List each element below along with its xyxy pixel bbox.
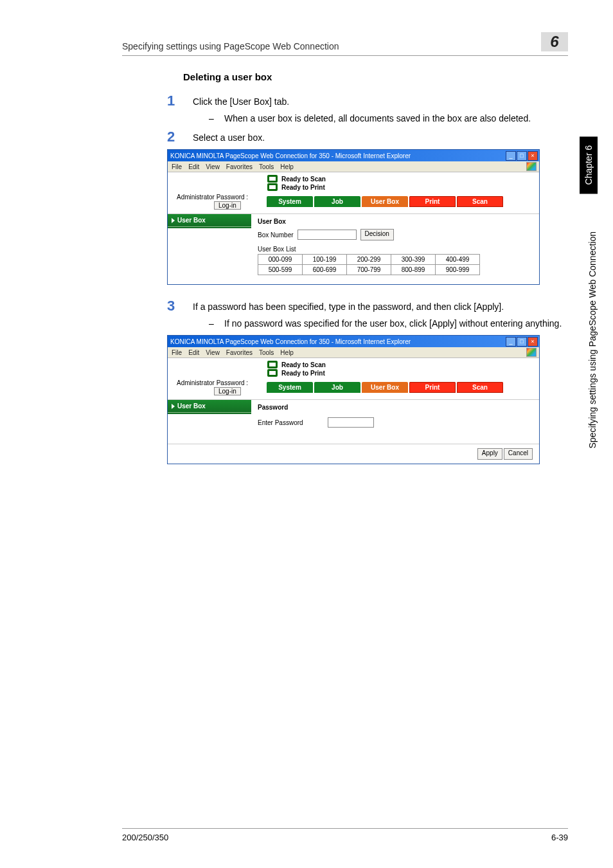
step-text-3: If a password has been specified, type i… — [193, 299, 568, 312]
close-icon[interactable]: × — [528, 151, 538, 161]
tab-scan[interactable]: Scan — [457, 382, 503, 393]
tab-job[interactable]: Job — [314, 382, 360, 393]
side-long-label: Specifying settings using PageScope Web … — [587, 231, 598, 449]
range-cell[interactable]: 000-099 — [258, 255, 303, 265]
screenshot-password: KONICA MINOLTA PageScope Web Connection … — [167, 335, 540, 464]
menu-tools[interactable]: Tools — [259, 163, 274, 170]
sidebar-label: User Box — [177, 217, 206, 224]
close-icon[interactable]: × — [528, 337, 538, 347]
box-number-input[interactable] — [298, 230, 357, 240]
login-button[interactable]: Log-in — [214, 387, 241, 395]
status-print: Ready to Print — [281, 184, 325, 191]
step-1-sub: When a user box is deleted, all document… — [224, 113, 568, 123]
chapter-number: 6 — [550, 33, 558, 51]
range-cell[interactable]: 900-999 — [436, 265, 480, 275]
scanner-icon — [267, 361, 278, 368]
box-number-label: Box Number — [258, 231, 294, 239]
ie-logo-icon — [526, 348, 537, 357]
range-cell[interactable]: 700-799 — [347, 265, 391, 275]
user-box-list-label: User Box List — [258, 246, 533, 253]
range-cell[interactable]: 600-699 — [303, 265, 347, 275]
tab-user-box[interactable]: User Box — [362, 382, 408, 393]
menu-bar: File Edit View Favorites Tools Help — [168, 161, 539, 172]
menu-help[interactable]: Help — [280, 349, 294, 356]
menu-file[interactable]: File — [172, 349, 182, 356]
menu-favorites[interactable]: Favorites — [226, 349, 253, 356]
page-header-title: Specifying settings using PageScope Web … — [122, 41, 339, 51]
step-number-1: 1 — [167, 94, 193, 108]
maximize-icon[interactable]: □ — [517, 337, 527, 347]
menu-edit[interactable]: Edit — [188, 163, 199, 170]
tab-print[interactable]: Print — [409, 382, 456, 393]
ie-logo-icon — [526, 162, 537, 171]
menu-bar: File Edit View Favorites Tools Help — [168, 347, 539, 358]
range-cell[interactable]: 100-199 — [303, 255, 347, 265]
password-input[interactable] — [328, 417, 374, 428]
range-cell[interactable]: 400-499 — [436, 255, 480, 265]
panel-title-user-box: User Box — [258, 218, 533, 225]
side-chapter-label: Chapter 6 — [580, 136, 598, 194]
status-print: Ready to Print — [281, 370, 325, 377]
step-number-3: 3 — [167, 299, 193, 313]
footer-left: 200/250/350 — [122, 833, 168, 842]
printer-icon — [267, 369, 278, 377]
login-button[interactable]: Log-in — [214, 201, 241, 210]
tab-print[interactable]: Print — [409, 196, 456, 207]
decision-button[interactable]: Decision — [360, 229, 394, 240]
status-scan: Ready to Scan — [281, 361, 326, 368]
menu-view[interactable]: View — [206, 349, 220, 356]
menu-help[interactable]: Help — [280, 163, 294, 170]
enter-password-label: Enter Password — [258, 419, 303, 426]
footer-right: 6-39 — [551, 833, 568, 842]
apply-button[interactable]: Apply — [477, 448, 502, 460]
window-title: KONICA MINOLTA PageScope Web Connection … — [170, 338, 411, 345]
range-cell[interactable]: 800-899 — [391, 265, 436, 275]
range-cell[interactable]: 300-399 — [391, 255, 436, 265]
printer-icon — [267, 183, 278, 191]
scanner-icon — [267, 175, 278, 183]
triangle-icon — [172, 218, 175, 223]
sidebar-label: User Box — [177, 402, 206, 410]
chapter-number-box: 6 — [541, 32, 568, 51]
admin-password-label: Administrator Password : — [177, 194, 248, 201]
cancel-button[interactable]: Cancel — [504, 448, 533, 460]
range-cell[interactable]: 200-299 — [347, 255, 391, 265]
maximize-icon[interactable]: □ — [517, 151, 527, 161]
section-title: Deleting a user box — [183, 71, 568, 82]
step-text-1: Click the [User Box] tab. — [193, 94, 568, 107]
menu-favorites[interactable]: Favorites — [226, 163, 253, 170]
step-number-2: 2 — [167, 130, 193, 144]
status-scan: Ready to Scan — [281, 176, 326, 183]
triangle-icon — [172, 404, 175, 409]
range-cell[interactable]: 500-599 — [258, 265, 303, 275]
window-title: KONICA MINOLTA PageScope Web Connection … — [170, 152, 411, 159]
sidebar-item-user-box[interactable]: User Box — [168, 400, 251, 413]
dash-icon: – — [209, 113, 224, 123]
user-box-range-table: 000-099 100-199 200-299 300-399 400-499 … — [258, 254, 480, 275]
minimize-icon[interactable]: _ — [506, 151, 516, 161]
admin-password-label: Administrator Password : — [177, 379, 248, 386]
menu-edit[interactable]: Edit — [188, 349, 199, 356]
dash-icon: – — [209, 318, 224, 329]
panel-title-password: Password — [258, 404, 533, 411]
tab-user-box[interactable]: User Box — [362, 196, 408, 207]
tab-system[interactable]: System — [267, 382, 313, 393]
sidebar-item-user-box[interactable]: User Box — [168, 214, 251, 227]
menu-view[interactable]: View — [206, 163, 220, 170]
menu-file[interactable]: File — [172, 163, 182, 170]
menu-tools[interactable]: Tools — [259, 349, 274, 356]
step-3-sub: If no password was specified for the use… — [224, 318, 568, 329]
step-text-2: Select a user box. — [193, 130, 568, 143]
tab-scan[interactable]: Scan — [457, 196, 503, 207]
tab-system[interactable]: System — [267, 196, 313, 207]
tab-job[interactable]: Job — [314, 196, 360, 207]
screenshot-user-box-list: KONICA MINOLTA PageScope Web Connection … — [167, 149, 540, 285]
minimize-icon[interactable]: _ — [506, 337, 516, 347]
